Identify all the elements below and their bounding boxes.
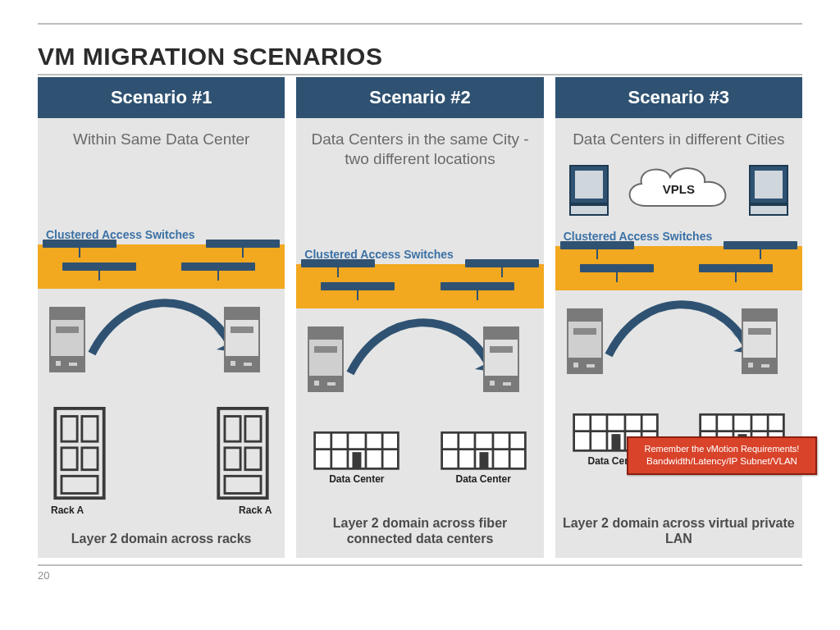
top-divider (38, 23, 802, 25)
switch-band-3 (555, 246, 802, 290)
migration-arc-2 (296, 308, 543, 423)
svg-rect-3 (82, 416, 98, 441)
scenario-card-1: Scenario #1 Within Same Data Center Clus… (38, 77, 285, 558)
scenario-head-2: Scenario #2 (296, 77, 543, 118)
title-divider (38, 74, 802, 75)
scenario-head-3: Scenario #3 (555, 77, 802, 118)
vpls-area: VPLS (555, 156, 802, 228)
scenario-card-2: Scenario #2 Data Centers in the same Cit… (296, 77, 543, 558)
switch-icon (560, 241, 634, 249)
switch-icon (580, 264, 654, 272)
server-icon (49, 307, 85, 372)
server-icon (483, 326, 519, 392)
server-icon (742, 308, 778, 374)
scenario-footer-2: Layer 2 domain across fiber connected da… (296, 507, 543, 558)
svg-rect-11 (245, 448, 261, 470)
vpls-label: VPLS (663, 182, 695, 196)
arrow-icon (334, 304, 506, 386)
scenario-sub-2: Data Centers in the same City - two diff… (296, 118, 543, 174)
router-icon (568, 164, 609, 217)
scenario-sub-3: Data Centers in different Cities (555, 118, 802, 154)
server-icon (567, 308, 603, 374)
rack-label-left: Rack A (51, 504, 108, 516)
switch-icon (699, 264, 773, 272)
migration-arc-3 (555, 290, 802, 405)
svg-rect-4 (62, 448, 77, 470)
dc-label-left: Data Center (309, 473, 404, 485)
scenario-columns: Scenario #1 Within Same Data Center Clus… (38, 77, 802, 558)
datacenter-icon: Data Center (436, 427, 531, 485)
migration-arc-1 (38, 289, 285, 404)
rack-row: Rack A Rack A (46, 407, 276, 516)
svg-rect-32 (755, 171, 783, 199)
svg-rect-30 (570, 205, 608, 215)
scenario-head-1: Scenario #1 (38, 77, 285, 118)
server-icon (308, 326, 344, 392)
rack-icon: Rack A (214, 407, 272, 516)
svg-rect-29 (575, 171, 603, 199)
svg-rect-9 (245, 416, 261, 441)
svg-rect-10 (225, 448, 240, 470)
requirements-callout: Remember the vMotion Requirements! Bandw… (627, 436, 817, 474)
svg-rect-2 (62, 416, 77, 441)
svg-rect-20 (353, 452, 362, 468)
router-icon (748, 164, 789, 217)
page-number: 20 (38, 564, 802, 582)
dc-row: Data Center Data Center (304, 427, 535, 485)
rack-icon: Rack A (51, 407, 108, 516)
scenario-footer-1: Layer 2 domain across racks (38, 523, 285, 558)
switch-icon (181, 262, 255, 271)
svg-rect-33 (750, 205, 788, 215)
server-icon (224, 307, 260, 372)
datacenter-icon: Data Center (309, 427, 404, 485)
svg-rect-27 (479, 452, 488, 468)
callout-line-2: Bandwidth/Latency/IP Subnet/VLAN (633, 455, 810, 468)
dc-label-right: Data Center (436, 473, 531, 485)
scenario-card-3: Scenario #3 Data Centers in different Ci… (555, 77, 802, 558)
svg-rect-41 (611, 434, 620, 450)
switch-icon (301, 259, 375, 267)
arrow-icon (592, 285, 765, 368)
scenario-footer-3: Layer 2 domain across virtual private LA… (555, 507, 802, 558)
switch-band-1 (38, 244, 285, 289)
svg-rect-12 (225, 476, 261, 493)
switch-icon (43, 240, 116, 248)
svg-rect-8 (225, 416, 240, 441)
svg-rect-5 (82, 448, 98, 470)
switch-icon (206, 240, 280, 248)
switch-icon (321, 282, 395, 290)
switch-icon (62, 262, 136, 271)
svg-rect-6 (62, 476, 98, 493)
switch-band-2 (296, 264, 543, 308)
scenario-sub-1: Within Same Data Center (38, 118, 285, 154)
rack-label-right: Rack A (214, 504, 272, 516)
switch-icon (465, 259, 539, 267)
callout-line-1: Remember the vMotion Requirements! (633, 443, 810, 455)
page-title: VM MIGRATION SCENARIOS (38, 43, 802, 71)
switch-icon (724, 241, 797, 249)
switch-icon (441, 282, 514, 290)
arrow-icon (75, 284, 248, 366)
